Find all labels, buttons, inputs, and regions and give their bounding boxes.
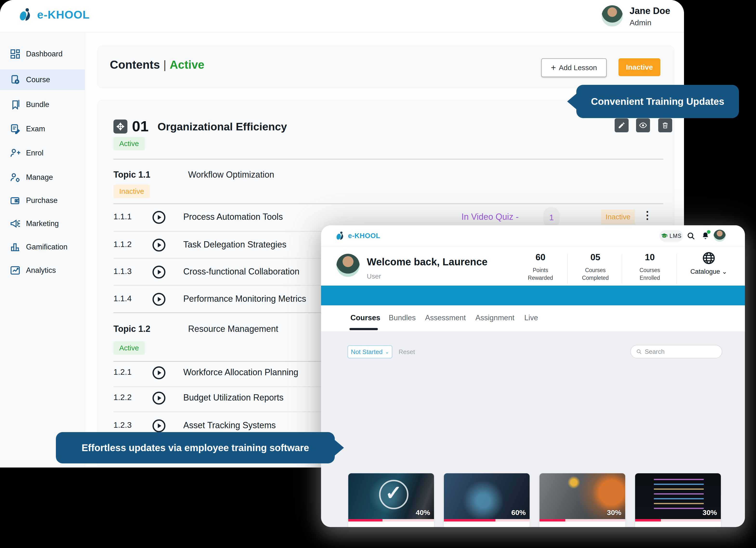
enrol-icon <box>10 147 21 158</box>
tab-courses[interactable]: Courses <box>350 314 380 322</box>
add-lesson-button[interactable]: + Add Lesson <box>541 58 607 77</box>
tab-assessment[interactable]: Assessment <box>425 314 466 322</box>
play-icon[interactable] <box>152 419 166 433</box>
ekhool-logo-icon <box>335 230 346 241</box>
play-icon[interactable] <box>152 238 166 252</box>
progress-percent: 30% <box>607 509 621 517</box>
sidebar-item-marketing[interactable]: Marketing <box>0 213 85 234</box>
progress-bar <box>635 519 721 522</box>
avatar[interactable] <box>714 230 726 242</box>
stat-points: 60 PointsRewarded <box>520 252 561 282</box>
topic-title: Resource Management <box>188 324 278 334</box>
course-title: Operational Excellence and Efficiency <box>353 525 429 527</box>
stat-value: 10 <box>629 252 670 262</box>
kebab-menu-icon[interactable]: ⋮ <box>642 209 653 221</box>
play-icon[interactable] <box>152 366 166 380</box>
sidebar-item-analytics[interactable]: Analytics <box>0 260 85 281</box>
progress-bar <box>444 519 530 522</box>
page-title: Contents|Active <box>110 58 204 71</box>
chapter-title: Organizational Efficiency <box>158 120 287 133</box>
topic-code: Topic 1.2 <box>113 324 150 334</box>
divider <box>567 254 568 284</box>
topic-code: Topic 1.1 <box>113 170 150 180</box>
lms-badge[interactable]: LMS <box>659 230 683 242</box>
course-icon <box>10 74 21 85</box>
course-card[interactable]: 30% Advanced Industrial Process Optimiza… <box>539 473 625 527</box>
divider <box>113 203 663 204</box>
stat-enrolled: 10 CoursesEnrolled <box>629 252 670 282</box>
lesson-code: 1.1.2 <box>113 239 132 249</box>
search-input[interactable] <box>644 348 713 356</box>
callout-training-updates: Convenient Training Updates <box>576 85 739 118</box>
tab-live[interactable]: Live <box>524 314 538 322</box>
ekhool-logo[interactable]: e-KHOOL <box>335 230 380 241</box>
course-search[interactable] <box>630 345 722 358</box>
progress-percent: 30% <box>703 509 717 517</box>
view-button[interactable] <box>636 118 650 132</box>
admin-header: e-KHOOL Jane Doe Admin <box>0 0 684 33</box>
sidebar-label: Manage <box>26 173 53 182</box>
lesson-code: 1.1.4 <box>113 294 132 303</box>
play-icon[interactable] <box>152 210 166 224</box>
gamification-icon <box>10 241 21 252</box>
search-icon[interactable] <box>687 231 695 240</box>
search-icon <box>636 349 642 355</box>
marketing-icon <box>10 218 21 229</box>
catalogue-button[interactable]: Catalogue ⌄ <box>687 251 730 276</box>
stat-label: PointsRewarded <box>520 266 561 282</box>
edit-button[interactable] <box>615 118 629 132</box>
inactive-toggle-button[interactable]: Inactive <box>618 58 660 76</box>
sidebar-label: Course <box>26 75 50 84</box>
sidebar-item-purchase[interactable]: Purchase <box>0 190 85 211</box>
stat-value: 60 <box>520 252 561 262</box>
purchase-icon <box>10 195 21 206</box>
banner-strip <box>321 286 745 305</box>
delete-button[interactable] <box>658 118 672 132</box>
graduation-cap-icon <box>661 232 668 239</box>
lesson-code: 1.1.3 <box>113 266 132 276</box>
sidebar-item-manage[interactable]: Manage <box>0 167 85 188</box>
sidebar-item-bundle[interactable]: Bundle <box>0 94 85 115</box>
course-thumbnail: 30% <box>635 473 721 519</box>
sidebar-label: Purchase <box>26 196 58 205</box>
play-icon[interactable] <box>152 265 166 279</box>
reset-filter-button[interactable]: Reset <box>399 348 415 356</box>
course-card[interactable]: 60% Innovative Manufacturing Process Sol… <box>444 473 530 527</box>
chevron-down-icon: ⌄ <box>722 268 727 275</box>
sidebar-item-course[interactable]: Course <box>0 69 85 90</box>
sidebar-label: Enrol <box>26 149 43 157</box>
brand-name: e-KHOOL <box>348 232 380 240</box>
lesson-code: 1.2.3 <box>113 420 132 430</box>
notification-dot <box>707 230 710 234</box>
lesson-title: Task Delegation Strategies <box>183 239 286 250</box>
drag-handle-icon[interactable] <box>113 119 127 133</box>
sidebar: Dashboard Course Bundle Exam Enrol Manag… <box>0 33 85 468</box>
quiz-count-badge[interactable]: 1 <box>543 207 560 228</box>
analytics-icon <box>10 265 21 276</box>
chapter-status-badge: Active <box>113 137 145 150</box>
sidebar-label: Bundle <box>26 100 49 109</box>
trash-icon <box>662 122 669 129</box>
chevron-down-icon: ⌄ <box>385 349 389 355</box>
brand-name: e-KHOOL <box>37 8 90 21</box>
avatar[interactable] <box>602 5 623 26</box>
sidebar-item-dashboard[interactable]: Dashboard <box>0 44 85 64</box>
lesson-row[interactable]: 1.1.1 Process Automation Tools In Video … <box>98 210 674 225</box>
tab-bundles[interactable]: Bundles <box>389 314 416 322</box>
sidebar-item-gamification[interactable]: Gamification <box>0 237 85 257</box>
status-filter-dropdown[interactable]: Not Started ⌄ <box>348 345 392 358</box>
tab-assignment[interactable]: Assignment <box>475 314 514 322</box>
play-icon[interactable] <box>152 391 166 405</box>
course-card[interactable]: 40% Operational Excellence and Efficienc… <box>348 473 434 527</box>
sidebar-item-exam[interactable]: Exam <box>0 118 85 139</box>
ekhool-logo[interactable]: e-KHOOL <box>18 7 90 22</box>
course-thumbnail: 40% <box>348 473 434 519</box>
course-card[interactable]: 30% Master Java: Build Scalable, High-Pe… <box>635 473 721 527</box>
bundle-icon <box>10 99 21 110</box>
sidebar-label: Analytics <box>26 266 56 275</box>
courses-section: Not Started ⌄ Reset 40% Operational Exce… <box>321 331 745 527</box>
callout-effortless-updates: Effortless updates via employee training… <box>56 432 335 463</box>
play-icon[interactable] <box>152 292 166 306</box>
sidebar-item-enrol[interactable]: Enrol <box>0 143 85 163</box>
user-name: Jane Doe <box>630 6 670 16</box>
